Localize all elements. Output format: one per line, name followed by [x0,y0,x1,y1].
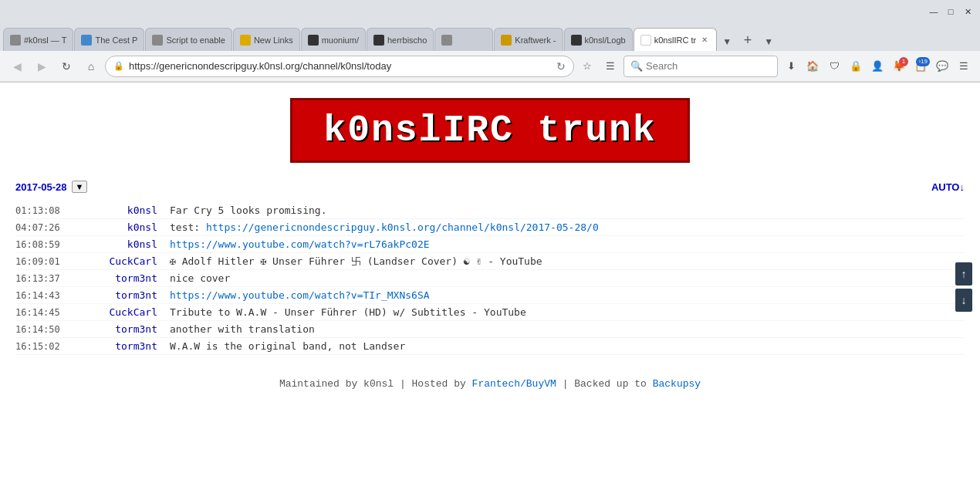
tab-6[interactable]: herrbischo [367,28,434,51]
new-tab-button[interactable]: + [737,29,759,51]
table-row: 16:14:43 torm3nt https://www.youtube.com… [15,287,965,304]
tab-5[interactable]: muonium/ [301,28,366,51]
tab-9[interactable]: k0nsl/Logb [564,28,633,51]
site-logo: k0nslIRC trunk [290,98,689,163]
refresh-in-bar-icon[interactable]: ↻ [556,60,566,73]
pocket-icon[interactable]: 🛡 [824,56,844,76]
message-time: 01:13:08 [15,205,77,216]
url-bar[interactable]: 🔒 ↻ [105,56,574,77]
message-text: W.A.W is the original band, not Landser [170,340,965,352]
ssl-lock-icon: 🔒 [113,61,124,71]
message-user: k0nsl [77,221,170,233]
table-row: 16:15:02 torm3nt W.A.W is the original b… [15,338,965,355]
tab-favicon-4 [240,35,251,46]
footer-maintained: Maintained by k0nsl [279,378,394,390]
tab-close-button[interactable]: ✕ [699,35,710,46]
home-nav-icon[interactable]: 🏠 [803,56,823,76]
tab-label-9: k0nsl/Logb [585,35,626,45]
url-input[interactable] [129,60,552,72]
message-user: torm3nt [77,289,170,301]
date-bar: 2017-05-28 ▼ AUTO↓ [0,174,980,199]
tab-favicon-1 [10,35,21,46]
message-text: test: https://genericnondescripguy.k0nsl… [170,221,965,233]
message-text: Tribute to W.A.W - Unser Führer (HD) w/ … [170,306,965,318]
addon2-badge: ›19 [916,57,930,66]
tab-label-10: k0nslIRC tr [654,35,696,45]
tab-favicon-2 [81,35,92,46]
message-link[interactable]: https://www.youtube.com/watch?v=rL76akPc… [170,238,430,250]
date-left: 2017-05-28 ▼ [15,181,87,193]
addon1-icon[interactable]: 🦊 1 [889,56,909,76]
tab-favicon-6 [373,35,384,46]
refresh-button[interactable]: ↻ [56,56,77,77]
search-icon: 🔍 [630,60,643,72]
scroll-buttons: ↑ ↓ [955,262,972,312]
backupsy-link[interactable]: Backupsy [653,378,701,390]
minimize-button[interactable]: — [928,5,940,18]
message-user: k0nsl [77,238,170,250]
sync-icon[interactable]: 👤 [867,56,887,76]
close-window-button[interactable]: ✕ [961,5,974,18]
tab-favicon-9 [571,35,582,46]
message-user: torm3nt [77,272,170,284]
tab-4[interactable]: New Links [233,28,300,51]
tab-favicon-8 [501,35,512,46]
message-text: nice cover [170,272,965,284]
tab-3[interactable]: Script to enable [145,28,231,51]
tab-7[interactable] [434,28,493,51]
tab-10-active[interactable]: k0nslIRC tr ✕ [634,28,717,51]
table-row: 01:13:08 k0nsl Far Cry 5 looks promising… [15,202,965,219]
tab-overflow-button[interactable]: ▼ [718,32,736,51]
message-user: torm3nt [77,340,170,352]
chat-container: 01:13:08 k0nsl Far Cry 5 looks promising… [0,202,980,355]
search-bar[interactable]: 🔍 [623,56,778,77]
bookmark-star-button[interactable]: ☆ [577,56,597,76]
tab-label-6: herrbischo [387,35,427,45]
message-text: https://www.youtube.com/watch?v=TIr_MXNs… [170,289,965,301]
tab-label-4: New Links [254,35,293,45]
message-link[interactable]: https://genericnondescripguy.k0nsl.org/c… [206,221,599,233]
table-row: 04:07:26 k0nsl test: https://genericnond… [15,219,965,236]
message-user: torm3nt [77,323,170,335]
forward-button[interactable]: ▶ [31,56,52,77]
tab-favicon-7 [441,35,452,46]
message-link[interactable]: https://www.youtube.com/watch?v=TIr_MXNs… [170,289,430,301]
title-bar-controls: — □ ✕ [928,5,974,18]
message-time: 16:09:01 [15,256,77,267]
message-time: 04:07:26 [15,222,77,233]
message-user: CuckCarl [77,306,170,318]
table-row: 16:09:01 CuckCarl ✠ Adolf Hitler ✠ Unser… [15,253,965,270]
download-icon[interactable]: ⬇ [781,56,801,76]
tab-label-5: muonium/ [322,35,359,45]
browser-chrome: — □ ✕ #k0nsl — T The Cest P Script to en… [0,0,980,83]
message-time: 16:15:02 [15,341,77,352]
date-dropdown-button[interactable]: ▼ [72,181,88,193]
tab-favicon-5 [308,35,319,46]
auto-scroll-button[interactable]: AUTO↓ [931,181,965,193]
message-time: 16:08:59 [15,239,77,250]
tab-list-button[interactable]: ▼ [759,32,778,51]
lock-icon[interactable]: 🔒 [846,56,866,76]
table-row: 16:14:50 torm3nt another with translatio… [15,321,965,338]
search-input[interactable] [646,60,776,72]
message-text: https://www.youtube.com/watch?v=rL76akPc… [170,238,965,250]
menu-button[interactable]: ☰ [954,56,974,76]
scroll-up-button[interactable]: ↑ [955,262,972,286]
tab-1[interactable]: #k0nsl — T [3,28,73,51]
tab-2[interactable]: The Cest P [74,28,144,51]
scroll-down-button[interactable]: ↓ [955,289,972,312]
message-user: CuckCarl [77,255,170,267]
message-text: ✠ Adolf Hitler ✠ Unser Führer ࿕ (Landser… [170,255,965,267]
addon2-icon[interactable]: 📋 ›19 [911,56,931,76]
reader-view-button[interactable]: ☰ [600,56,620,76]
table-row: 16:14:45 CuckCarl Tribute to W.A.W - Uns… [15,304,965,321]
frantech-link[interactable]: Frantech/BuyVM [472,378,556,390]
back-button[interactable]: ◀ [6,56,28,77]
home-button[interactable]: ⌂ [80,56,102,77]
tab-8[interactable]: Kraftwerk - [494,28,563,51]
maximize-button[interactable]: □ [945,5,957,18]
message-time: 16:14:50 [15,324,77,335]
tab-label-2: The Cest P [95,35,137,45]
message-text: another with translation [170,323,965,335]
skype-icon[interactable]: 💬 [932,56,952,76]
